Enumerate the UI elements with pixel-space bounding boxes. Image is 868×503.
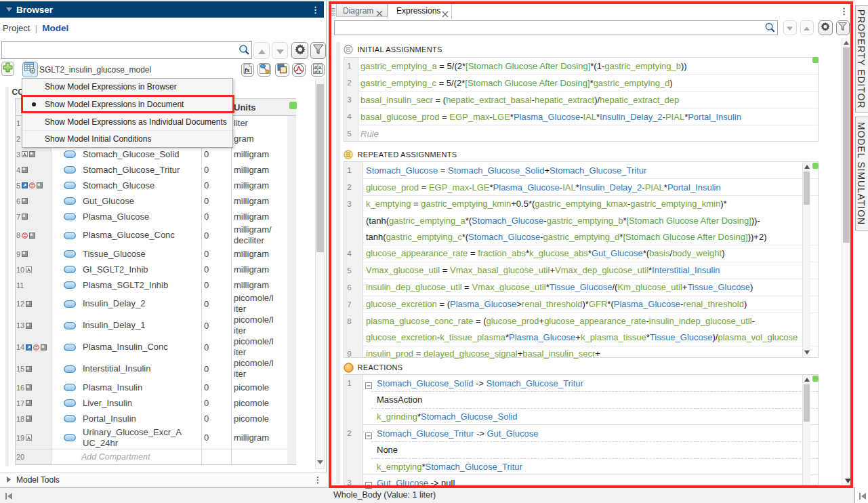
svg-text:fx: fx: [245, 66, 250, 73]
svg-text:d: d: [314, 64, 317, 68]
svg-text:d: d: [314, 69, 317, 73]
svg-text:t: t: [318, 69, 320, 73]
